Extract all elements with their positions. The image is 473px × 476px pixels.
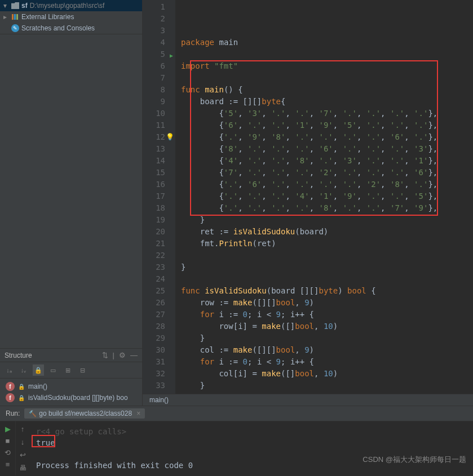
filter-icon[interactable]: ▭: [47, 364, 59, 376]
scratches-label: Scratches and Consoles: [21, 24, 95, 32]
external-libraries[interactable]: ▸ External Libraries: [0, 11, 142, 23]
svg-rect-2: [16, 14, 18, 20]
function-icon: f: [6, 382, 15, 391]
sidebar: ▾ sf D:\mysetup\gopath\src\sf ▸ External…: [0, 0, 143, 406]
run-label: Run:: [6, 410, 20, 417]
sort-visibility-icon[interactable]: ↓ᵥ: [18, 364, 29, 376]
svg-rect-0: [12, 14, 14, 20]
structure-item[interactable]: f🔒isValidSudoku(board [][]byte) boo: [3, 392, 139, 403]
chevron-right-icon: ▸: [3, 13, 9, 21]
chevron-down-icon: ▾: [3, 2, 9, 10]
console-output[interactable]: r<4 go setup calls>true Process finished…: [29, 421, 473, 475]
scratch-icon: ✎: [11, 24, 19, 32]
print-icon[interactable]: 🖶: [19, 464, 26, 472]
wrap-icon[interactable]: ↩: [20, 451, 26, 459]
down-icon[interactable]: ↓: [21, 438, 25, 446]
structure-item[interactable]: f🔒main(): [3, 381, 139, 392]
library-icon: [11, 14, 19, 20]
editor: 1234▶567891011💡1213141516171819202122232…: [143, 0, 473, 406]
exit-icon[interactable]: ⟲: [5, 448, 11, 457]
function-icon: f: [6, 393, 15, 402]
breadcrumb[interactable]: main(): [143, 394, 473, 406]
collapse-icon[interactable]: ⊟: [77, 364, 88, 376]
scratches-consoles[interactable]: ✎ Scratches and Consoles: [0, 23, 142, 34]
project-path: D:\mysetup\gopath\src\sf: [30, 2, 105, 10]
lock-icon[interactable]: 🔒: [33, 364, 44, 376]
project-name: sf: [21, 2, 28, 10]
minimize-icon[interactable]: —: [130, 351, 138, 359]
stop-icon[interactable]: ■: [6, 437, 10, 445]
folder-icon: [11, 2, 19, 9]
lock-icon: 🔒: [18, 384, 25, 390]
run-console: Run: 🔨 go build sf/newclass2/class028 × …: [0, 406, 473, 475]
more-icon[interactable]: ≡: [6, 460, 10, 469]
expand-icon[interactable]: ⊞: [62, 364, 73, 376]
lock-icon: 🔒: [18, 395, 25, 401]
gutter[interactable]: 1234▶567891011💡1213141516171819202122232…: [143, 0, 175, 394]
up-icon[interactable]: ↑: [21, 425, 25, 433]
gear-icon[interactable]: ⚙: [119, 351, 126, 359]
project-root[interactable]: ▾ sf D:\mysetup\gopath\src\sf: [0, 0, 142, 11]
run-config-name: go build sf/newclass2/class028: [39, 410, 132, 417]
project-tree: ▾ sf D:\mysetup\gopath\src\sf ▸ External…: [0, 0, 142, 34]
sort-alpha-icon[interactable]: ↓ₐ: [3, 364, 15, 376]
structure-panel: Structure ⇅ | ⚙ — ↓ₐ ↓ᵥ 🔒 ▭ ⊞ ⊟ f🔒main()…: [0, 348, 142, 406]
run-config-tab[interactable]: 🔨 go build sf/newclass2/class028 ×: [24, 408, 145, 419]
divider: |: [113, 351, 114, 359]
close-icon[interactable]: ×: [136, 410, 140, 417]
rerun-icon[interactable]: ▶: [5, 425, 11, 433]
code-content[interactable]: package main import "fmt" func main() { …: [175, 0, 437, 394]
structure-title: Structure: [5, 352, 32, 359]
external-libs-label: External Libraries: [21, 13, 74, 21]
hammer-icon: 🔨: [29, 410, 37, 417]
svg-rect-1: [14, 14, 16, 20]
sort-icon[interactable]: ⇅: [102, 351, 108, 359]
watermark: CSDN @福大大架构师每日一题: [363, 455, 466, 465]
